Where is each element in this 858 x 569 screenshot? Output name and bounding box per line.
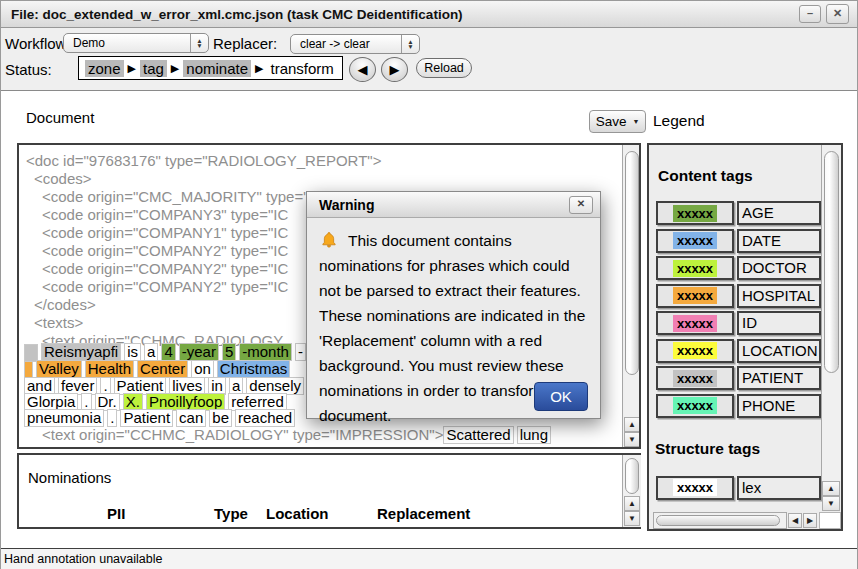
save-button[interactable]: Save ▼ [589, 110, 646, 133]
tag-name-label: PATIENT [737, 366, 821, 390]
tag-sample-button[interactable]: xxxxx [656, 476, 734, 500]
tag-color-swatch: xxxxx [673, 397, 717, 414]
document-line: pneumonia.Patientcanbereached [24, 409, 298, 426]
word-token[interactable]: a [144, 343, 158, 361]
tag-name-label: AGE [737, 201, 821, 225]
tag-sample-button[interactable]: xxxxx [656, 366, 734, 390]
close-button[interactable]: ✕ [826, 4, 849, 24]
word-token[interactable]: Valley [36, 360, 82, 378]
document-vertical-scrollbar[interactable]: ▲ ▼ [622, 145, 641, 447]
document-line: </codes> [24, 296, 96, 313]
xml-markup-text: <codes> [24, 170, 92, 187]
scrollbar-thumb[interactable] [824, 151, 839, 373]
scroll-left-button[interactable]: ◀ [788, 513, 802, 528]
content-tags-heading: Content tags [658, 167, 841, 185]
tag-color-swatch: xxxxx [673, 287, 717, 304]
minimize-button[interactable]: – [799, 5, 821, 23]
status-step-zone: zone [85, 60, 124, 77]
combo-updown-icon: ▲▼ [190, 34, 208, 52]
tag-sample-button[interactable]: xxxxx [656, 339, 734, 363]
scrollbar-thumb[interactable] [625, 458, 639, 494]
replacer-selected-value: clear -> clear [291, 37, 401, 51]
word-token[interactable]: -month [239, 343, 292, 361]
word-token[interactable]: - [295, 343, 306, 361]
tag-name-label: ID [737, 311, 821, 335]
scroll-up-button[interactable]: ▲ [624, 496, 640, 511]
document-line: <code origin="COMPANY2" type="IC [24, 260, 288, 277]
document-line: <code origin="COMPANY3" type="IC [24, 206, 288, 223]
word-token[interactable]: on [191, 360, 214, 378]
scrollbar-thumb[interactable] [656, 515, 780, 526]
xml-markup-text: <code origin="COMPANY2" type="IC [24, 242, 288, 259]
xml-markup-text: </codes> [24, 296, 96, 313]
back-button[interactable]: ◀ [349, 57, 376, 82]
nominations-panel: Nominations PII Type Location Replacemen… [17, 453, 641, 529]
workflow-label: Workflow: [5, 35, 71, 52]
legend-row-lex: xxxxxlex [656, 476, 841, 500]
structure-tags-heading: Structure tags [655, 440, 841, 458]
forward-button[interactable]: ▶ [381, 57, 408, 82]
tag-sample-button[interactable]: xxxxx [656, 256, 734, 280]
tag-sample-button[interactable]: xxxxx [656, 311, 734, 335]
reload-button[interactable]: Reload [416, 58, 472, 78]
scroll-up-button[interactable]: ▲ [822, 481, 840, 496]
word-token[interactable]: Center [137, 360, 188, 378]
word-token[interactable]: . [107, 409, 117, 427]
scrollbar-thumb[interactable] [625, 151, 639, 375]
scroll-up-button[interactable]: ▲ [624, 417, 640, 432]
word-token[interactable]: pneumonia [24, 409, 104, 427]
legend-row-patient: xxxxxPATIENT [656, 366, 841, 390]
step-arrow-icon: ▶ [171, 62, 179, 75]
replacer-select[interactable]: clear -> clear ▲▼ [290, 34, 420, 54]
tag-sample-button[interactable]: xxxxx [656, 394, 734, 418]
column-header-location: Location [266, 505, 329, 522]
word-token[interactable]: reached [235, 409, 295, 427]
document-line: <text origin="CCHMC_RADIOLOGY" type="IMP… [24, 426, 554, 443]
document-line: <code origin="COMPANY2" type="IC [24, 278, 288, 295]
dialog-close-button[interactable]: ✕ [569, 196, 593, 214]
xml-markup-text: <code origin="COMPANY2" type="IC [24, 260, 288, 277]
title-bar: File: doc_extended_w_error_xml.cmc.json … [1, 1, 857, 28]
tag-name-label: DOCTOR [737, 256, 821, 280]
combo-updown-icon: ▲▼ [401, 35, 419, 53]
word-token[interactable]: Scattered [443, 426, 513, 444]
word-token[interactable]: Health [85, 360, 134, 378]
tag-name-label: HOSPITAL [737, 284, 821, 308]
content-tags-list: xxxxxAGExxxxxDATExxxxxDOCTORxxxxxHOSPITA… [649, 201, 841, 418]
xml-markup-text: <code origin="COMPANY3" type="IC [24, 206, 288, 223]
scroll-down-button[interactable]: ▼ [624, 432, 640, 447]
tag-color-swatch: xxxxx [673, 370, 717, 387]
legend-section-label: Legend [653, 112, 705, 130]
nominations-label: Nominations [28, 469, 111, 486]
word-token[interactable]: Reismyapfi [41, 343, 121, 361]
workflow-selected-value: Demo [64, 36, 190, 50]
word-token[interactable]: Patient [120, 409, 173, 427]
column-header-replacement: Replacement [377, 505, 470, 522]
tag-sample-button[interactable]: xxxxx [656, 201, 734, 225]
tag-sample-button[interactable]: xxxxx [656, 284, 734, 308]
scrollbar-corner [819, 512, 841, 529]
status-step-tag: tag [140, 60, 167, 77]
scroll-down-button[interactable]: ▼ [624, 511, 640, 526]
workflow-select[interactable]: Demo ▲▼ [63, 33, 209, 53]
word-token[interactable]: 4 [161, 343, 175, 361]
tag-color-swatch: xxxxx [673, 479, 717, 496]
legend-vertical-scrollbar[interactable] [821, 145, 841, 481]
scroll-right-button[interactable]: ▶ [803, 513, 817, 528]
document-section-label: Document [26, 109, 94, 126]
scroll-down-button[interactable]: ▼ [822, 496, 840, 511]
nominations-vertical-scrollbar[interactable]: ▲ ▼ [622, 455, 641, 527]
word-token[interactable]: is [124, 343, 141, 361]
step-arrow-icon: ▶ [128, 62, 136, 75]
tag-sample-button[interactable]: xxxxx [656, 229, 734, 253]
ok-button[interactable]: OK [534, 382, 588, 411]
document-line: ValleyHealthCenteronChristmas [24, 360, 293, 377]
word-token[interactable]: Christmas [217, 360, 291, 378]
word-token[interactable]: be [209, 409, 232, 427]
legend-horizontal-scrollbar[interactable] [653, 512, 787, 529]
word-token[interactable]: 5 [222, 343, 236, 361]
window-title: File: doc_extended_w_error_xml.cmc.json … [11, 7, 799, 22]
word-token[interactable]: can [176, 409, 206, 427]
word-token[interactable]: lung [517, 426, 551, 444]
word-token[interactable]: -year [179, 343, 219, 361]
